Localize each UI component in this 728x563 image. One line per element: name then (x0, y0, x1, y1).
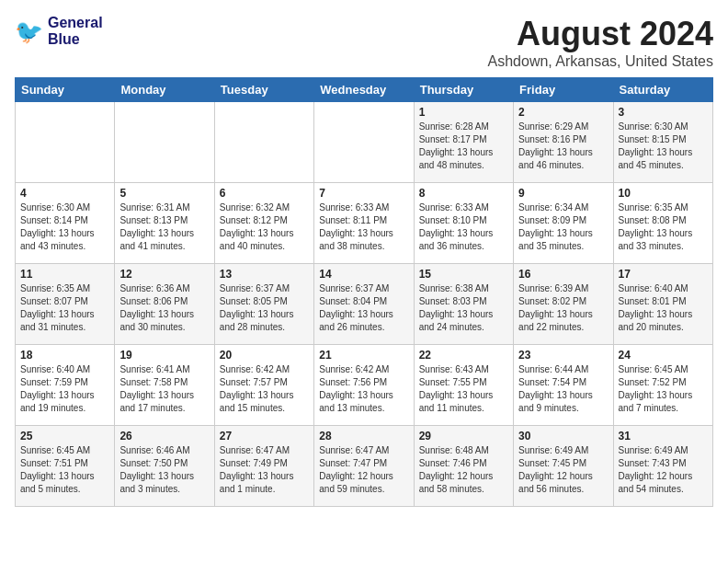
day-detail: Sunrise: 6:29 AM Sunset: 8:16 PM Dayligh… (518, 121, 608, 172)
day-number: 27 (220, 430, 309, 442)
main-title: August 2024 (488, 15, 713, 53)
day-number: 9 (518, 187, 608, 200)
day-detail: Sunrise: 6:47 AM Sunset: 7:49 PM Dayligh… (220, 444, 309, 496)
day-number: 4 (20, 187, 109, 200)
logo-line1: General (48, 15, 103, 30)
calendar-cell: 3Sunrise: 6:30 AM Sunset: 8:15 PM Daylig… (613, 102, 712, 183)
calendar-cell: 14Sunrise: 6:37 AM Sunset: 8:04 PM Dayli… (314, 264, 414, 345)
title-block: August 2024 Ashdown, Arkansas, United St… (488, 15, 713, 70)
calendar-cell (314, 102, 414, 183)
calendar-cell: 28Sunrise: 6:47 AM Sunset: 7:47 PM Dayli… (314, 426, 414, 507)
day-detail: Sunrise: 6:41 AM Sunset: 7:58 PM Dayligh… (119, 363, 209, 415)
day-number: 2 (518, 106, 608, 119)
day-number: 14 (319, 268, 408, 281)
logo: 🐦 General Blue (15, 15, 103, 47)
day-number: 26 (119, 430, 209, 442)
day-number: 3 (619, 106, 708, 119)
day-number: 18 (20, 349, 109, 362)
calendar-cell: 8Sunrise: 6:33 AM Sunset: 8:10 PM Daylig… (414, 183, 513, 264)
calendar-cell (214, 102, 313, 183)
day-detail: Sunrise: 6:47 AM Sunset: 7:47 PM Dayligh… (319, 444, 408, 496)
day-detail: Sunrise: 6:49 AM Sunset: 7:45 PM Dayligh… (518, 444, 608, 496)
day-detail: Sunrise: 6:40 AM Sunset: 8:01 PM Dayligh… (619, 282, 708, 334)
week-row-1: 1Sunrise: 6:28 AM Sunset: 8:17 PM Daylig… (16, 102, 713, 183)
day-number: 20 (220, 349, 309, 362)
calendar-cell: 7Sunrise: 6:33 AM Sunset: 8:11 PM Daylig… (314, 183, 414, 264)
calendar-cell: 15Sunrise: 6:38 AM Sunset: 8:03 PM Dayli… (414, 264, 513, 345)
calendar-cell: 10Sunrise: 6:35 AM Sunset: 8:08 PM Dayli… (613, 183, 712, 264)
logo-line2: Blue (48, 31, 80, 47)
day-header-saturday: Saturday (613, 78, 712, 102)
day-detail: Sunrise: 6:38 AM Sunset: 8:03 PM Dayligh… (419, 282, 508, 334)
calendar-cell: 19Sunrise: 6:41 AM Sunset: 7:58 PM Dayli… (115, 345, 214, 426)
day-detail: Sunrise: 6:45 AM Sunset: 7:52 PM Dayligh… (619, 363, 708, 415)
day-number: 22 (419, 349, 508, 362)
calendar-cell: 13Sunrise: 6:37 AM Sunset: 8:05 PM Dayli… (214, 264, 313, 345)
calendar-body: 1Sunrise: 6:28 AM Sunset: 8:17 PM Daylig… (16, 102, 713, 507)
calendar-cell: 2Sunrise: 6:29 AM Sunset: 8:16 PM Daylig… (514, 102, 613, 183)
day-number: 5 (119, 187, 209, 200)
day-header-tuesday: Tuesday (214, 78, 313, 102)
day-detail: Sunrise: 6:48 AM Sunset: 7:46 PM Dayligh… (419, 444, 508, 496)
calendar-cell: 11Sunrise: 6:35 AM Sunset: 8:07 PM Dayli… (16, 264, 115, 345)
calendar-cell: 22Sunrise: 6:43 AM Sunset: 7:55 PM Dayli… (414, 345, 513, 426)
svg-text:🐦: 🐦 (15, 17, 44, 45)
day-detail: Sunrise: 6:33 AM Sunset: 8:11 PM Dayligh… (319, 201, 408, 253)
calendar-cell (115, 102, 214, 183)
day-number: 12 (119, 268, 209, 281)
day-header-sunday: Sunday (16, 78, 115, 102)
logo-text: General Blue (48, 15, 103, 47)
day-header-wednesday: Wednesday (314, 78, 414, 102)
day-detail: Sunrise: 6:35 AM Sunset: 8:07 PM Dayligh… (20, 282, 109, 334)
day-number: 31 (619, 430, 708, 442)
day-header-monday: Monday (115, 78, 214, 102)
day-header-thursday: Thursday (414, 78, 513, 102)
day-number: 10 (619, 187, 708, 200)
day-detail: Sunrise: 6:28 AM Sunset: 8:17 PM Dayligh… (419, 121, 508, 172)
day-detail: Sunrise: 6:46 AM Sunset: 7:50 PM Dayligh… (119, 444, 209, 496)
day-number: 1 (419, 106, 508, 119)
day-detail: Sunrise: 6:39 AM Sunset: 8:02 PM Dayligh… (518, 282, 608, 334)
header-row: SundayMondayTuesdayWednesdayThursdayFrid… (16, 78, 713, 102)
day-number: 7 (319, 187, 408, 200)
day-number: 28 (319, 430, 408, 442)
day-detail: Sunrise: 6:44 AM Sunset: 7:54 PM Dayligh… (518, 363, 608, 415)
day-number: 6 (220, 187, 309, 200)
week-row-5: 25Sunrise: 6:45 AM Sunset: 7:51 PM Dayli… (16, 426, 713, 507)
day-detail: Sunrise: 6:33 AM Sunset: 8:10 PM Dayligh… (419, 201, 508, 253)
day-detail: Sunrise: 6:37 AM Sunset: 8:05 PM Dayligh… (220, 282, 309, 334)
day-detail: Sunrise: 6:45 AM Sunset: 7:51 PM Dayligh… (20, 444, 109, 496)
day-detail: Sunrise: 6:30 AM Sunset: 8:14 PM Dayligh… (20, 201, 109, 253)
day-detail: Sunrise: 6:49 AM Sunset: 7:43 PM Dayligh… (619, 444, 708, 496)
calendar-cell: 18Sunrise: 6:40 AM Sunset: 7:59 PM Dayli… (16, 345, 115, 426)
day-number: 30 (518, 430, 608, 442)
day-header-friday: Friday (514, 78, 613, 102)
day-number: 13 (220, 268, 309, 281)
calendar-cell: 17Sunrise: 6:40 AM Sunset: 8:01 PM Dayli… (613, 264, 712, 345)
week-row-3: 11Sunrise: 6:35 AM Sunset: 8:07 PM Dayli… (16, 264, 713, 345)
calendar-cell: 1Sunrise: 6:28 AM Sunset: 8:17 PM Daylig… (414, 102, 513, 183)
calendar-cell: 5Sunrise: 6:31 AM Sunset: 8:13 PM Daylig… (115, 183, 214, 264)
day-number: 21 (319, 349, 408, 362)
calendar-cell: 12Sunrise: 6:36 AM Sunset: 8:06 PM Dayli… (115, 264, 214, 345)
day-number: 11 (20, 268, 109, 281)
calendar-cell: 23Sunrise: 6:44 AM Sunset: 7:54 PM Dayli… (514, 345, 613, 426)
day-detail: Sunrise: 6:34 AM Sunset: 8:09 PM Dayligh… (518, 201, 608, 253)
calendar-cell: 26Sunrise: 6:46 AM Sunset: 7:50 PM Dayli… (115, 426, 214, 507)
day-detail: Sunrise: 6:30 AM Sunset: 8:15 PM Dayligh… (619, 121, 708, 172)
calendar-table: SundayMondayTuesdayWednesdayThursdayFrid… (15, 77, 713, 507)
day-number: 24 (619, 349, 708, 362)
calendar-cell (16, 102, 115, 183)
day-detail: Sunrise: 6:32 AM Sunset: 8:12 PM Dayligh… (220, 201, 309, 253)
logo-icon: 🐦 (15, 17, 44, 46)
week-row-2: 4Sunrise: 6:30 AM Sunset: 8:14 PM Daylig… (16, 183, 713, 264)
calendar-cell: 21Sunrise: 6:42 AM Sunset: 7:56 PM Dayli… (314, 345, 414, 426)
day-detail: Sunrise: 6:43 AM Sunset: 7:55 PM Dayligh… (419, 363, 508, 415)
day-detail: Sunrise: 6:37 AM Sunset: 8:04 PM Dayligh… (319, 282, 408, 334)
day-number: 19 (119, 349, 209, 362)
day-number: 23 (518, 349, 608, 362)
page-header: 🐦 General Blue August 2024 Ashdown, Arka… (15, 15, 713, 70)
calendar-cell: 24Sunrise: 6:45 AM Sunset: 7:52 PM Dayli… (613, 345, 712, 426)
calendar-cell: 31Sunrise: 6:49 AM Sunset: 7:43 PM Dayli… (613, 426, 712, 507)
day-detail: Sunrise: 6:36 AM Sunset: 8:06 PM Dayligh… (119, 282, 209, 334)
